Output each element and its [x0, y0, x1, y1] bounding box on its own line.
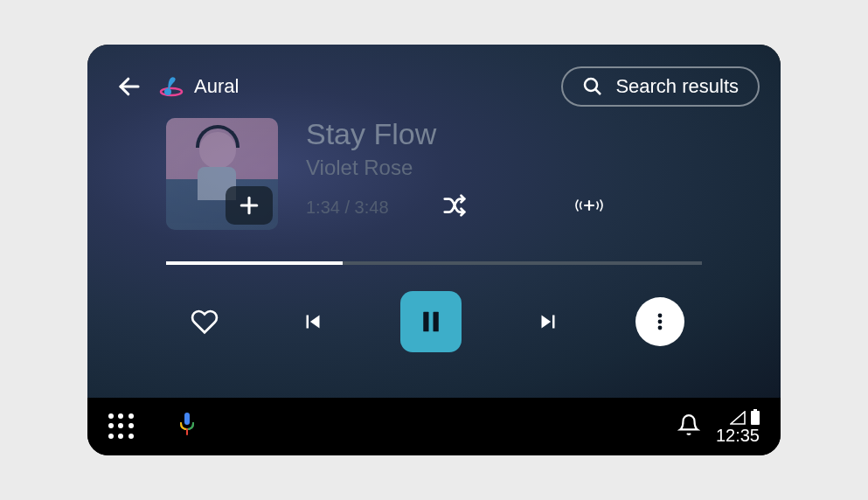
content-area: Stay Flow Violet Rose 1:34 / 3:48 — [87, 118, 781, 352]
time-display: 1:34 / 3:48 — [306, 198, 389, 218]
svg-point-12 — [658, 320, 663, 324]
app-name-label: Aural — [194, 75, 239, 98]
heart-icon — [191, 308, 219, 336]
track-title: Stay Flow — [306, 118, 702, 150]
bell-icon — [677, 413, 700, 436]
clock-time: 12:35 — [716, 427, 760, 444]
notifications-button[interactable] — [677, 413, 700, 440]
skip-next-icon — [535, 309, 561, 335]
battery-icon — [751, 409, 760, 425]
svg-rect-17 — [751, 411, 760, 425]
svg-rect-10 — [433, 312, 438, 332]
next-button[interactable] — [527, 301, 569, 343]
radio-broadcast-icon — [573, 192, 606, 219]
svg-point-3 — [585, 79, 597, 91]
add-to-library-button[interactable] — [226, 186, 273, 225]
svg-point-11 — [658, 314, 663, 318]
player-main-area: Aural Search results — [87, 45, 781, 398]
favorite-button[interactable] — [184, 301, 226, 343]
clock-area: 12:35 — [716, 409, 760, 444]
pause-icon — [418, 308, 444, 336]
voice-assistant-button[interactable] — [177, 412, 198, 441]
track-info: Stay Flow Violet Rose 1:34 / 3:48 — [306, 118, 702, 222]
skip-previous-icon — [300, 309, 326, 335]
top-bar: Aural Search results — [87, 45, 781, 111]
album-art-container — [166, 118, 278, 230]
track-artist: Violet Rose — [306, 156, 702, 180]
play-pause-button[interactable] — [400, 291, 462, 352]
search-results-button[interactable]: Search results — [561, 66, 760, 107]
app-logo-icon — [157, 73, 185, 101]
app-brand: Aural — [157, 73, 239, 101]
more-options-button[interactable] — [635, 297, 684, 346]
svg-point-2 — [164, 88, 171, 95]
status-icons — [730, 409, 760, 425]
now-playing-row: Stay Flow Violet Rose 1:34 / 3:48 — [166, 118, 702, 230]
device-frame: Aural Search results — [87, 45, 781, 455]
microphone-icon — [177, 412, 198, 438]
app-launcher-button[interactable] — [108, 413, 135, 440]
arrow-left-icon — [116, 73, 142, 100]
svg-rect-14 — [184, 413, 190, 425]
svg-rect-9 — [423, 312, 428, 332]
shuffle-icon — [441, 192, 468, 219]
svg-rect-16 — [753, 409, 757, 411]
status-area: 12:35 — [677, 409, 760, 444]
search-icon — [582, 76, 603, 97]
back-button[interactable] — [108, 66, 150, 108]
shuffle-button[interactable] — [441, 192, 468, 222]
playback-controls — [166, 291, 702, 352]
system-navigation-bar: 12:35 — [87, 398, 781, 455]
more-vertical-icon — [649, 309, 670, 334]
plus-icon — [236, 192, 262, 219]
time-row: 1:34 / 3:48 — [306, 192, 702, 222]
search-button-label: Search results — [615, 75, 739, 98]
svg-point-13 — [658, 326, 663, 330]
svg-line-4 — [595, 89, 601, 94]
previous-button[interactable] — [292, 301, 334, 343]
progress-fill — [166, 261, 343, 265]
progress-bar[interactable] — [166, 261, 702, 265]
signal-icon — [730, 411, 746, 425]
radio-button[interactable] — [573, 192, 606, 222]
